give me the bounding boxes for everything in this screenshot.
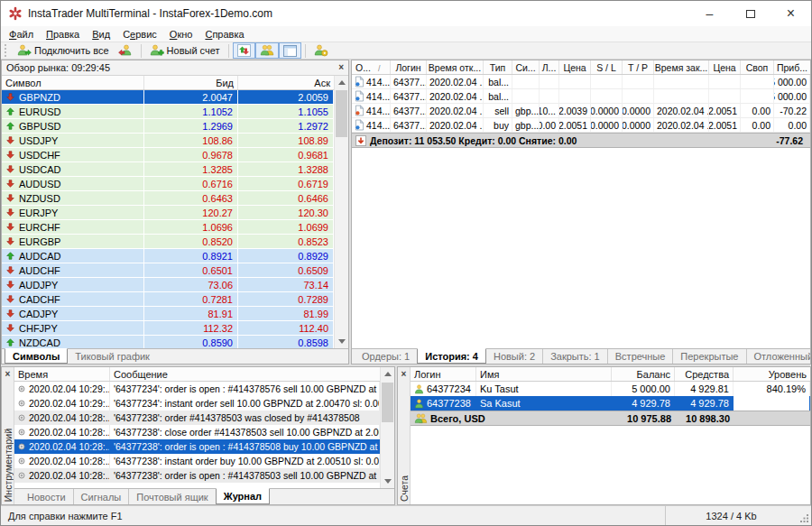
column-profit[interactable]: Приб... [774,60,810,74]
tab[interactable]: Символы [5,348,68,364]
toolbox-vertical-tab[interactable]: Инструментарий [3,429,14,502]
market-row[interactable]: GBPUSD 1.2969 1.2972 [2,119,334,134]
toolbar-grip[interactable] [5,44,9,57]
market-row[interactable]: EURUSD 1.1052 1.1055 [2,105,334,119]
column-close-time[interactable]: Время зак... [654,60,709,74]
connect-all-button[interactable]: Подключить все [13,42,114,59]
column-message[interactable]: Сообщение [110,367,380,381]
column-time[interactable]: Время [14,367,110,381]
column-bid[interactable]: Бид [144,76,238,89]
market-row[interactable]: CADJPY 81.91 81.99 [2,307,334,321]
accounts-vertical-tab[interactable]: Счета [399,475,410,502]
market-row[interactable]: AUDUSD 0.6716 0.6719 [2,177,334,191]
tab[interactable]: История: 4 [417,348,486,364]
journal-row[interactable]: 2020.02.04 10:28:... '64377238': instant… [14,454,380,468]
tab[interactable]: Отложенный: 1 [746,349,812,364]
column-level[interactable]: Уровень [734,367,810,381]
market-row[interactable]: EURCHF 1.0696 1.0699 [2,220,334,235]
column-open-time[interactable]: Время отк... [427,60,484,74]
journal-row[interactable]: 2020.02.04 10:29:... '64377234': instant… [14,396,380,411]
order-row[interactable]: 414... 64377... 2020.02.04 ... buy gbp..… [352,118,810,133]
market-row[interactable]: USDJPY 108.86 108.89 [2,134,334,148]
toggle-market-watch-button[interactable] [233,42,255,59]
column-balance[interactable]: Баланс [612,367,675,381]
market-row[interactable]: AUDCAD 0.8921 0.8929 [2,249,334,263]
menu-item[interactable]: Файл [3,26,40,42]
title-bar[interactable]: InstaTrader MultiTerminal - InstaForex-1… [1,1,811,26]
tab[interactable]: Тиковый график [68,349,157,364]
account-row[interactable]: 64377238 Sa Kasut 4 929.78 4 929.78 [411,396,810,411]
scroll-down-icon[interactable] [381,475,394,488]
column-swap[interactable]: Своп [741,60,774,74]
tab[interactable]: Перекрытые [672,349,745,364]
market-watch-scrollbar[interactable] [334,76,348,348]
column-login[interactable]: Логин [411,367,476,381]
tab[interactable]: Встречные [607,349,673,364]
menu-item[interactable]: Вид [86,26,116,42]
tab[interactable]: Закрыть: 1 [542,349,607,364]
journal-row[interactable]: 2020.02.04 10:28:... '64377238': order i… [14,439,380,454]
column-equity[interactable]: Средства [675,367,734,381]
market-row[interactable]: AUDJPY 73.06 73.14 [2,278,334,292]
order-row[interactable]: 414... 64377... 2020.02.04 ... bal... [352,75,810,89]
scrollbar-thumb[interactable] [336,90,347,137]
menu-item[interactable]: Окно [163,26,199,42]
scrollbar-thumb[interactable] [382,383,393,422]
column-symbol[interactable]: Символ [2,76,144,89]
market-row[interactable]: GBPNZD 2.0047 2.0059 [2,90,334,105]
disconnect-all-button[interactable] [114,42,137,59]
scroll-down-icon[interactable] [335,335,348,348]
menu-item[interactable]: Справка [198,26,250,42]
tab[interactable]: Новости [20,489,73,504]
market-row[interactable]: NZDUSD 0.6463 0.6466 [2,191,334,206]
market-row[interactable]: CHFJPY 112.32 112.40 [2,321,334,336]
menu-item[interactable]: Правка [40,26,86,42]
market-row[interactable]: USDCHF 0.9678 0.9681 [2,148,334,162]
order-row[interactable]: 414... 64377... 2020.02.04 ... bal... [352,89,810,104]
column-close-price[interactable]: Цена [709,60,741,74]
column-tp[interactable]: T / P [623,60,654,74]
scroll-up-icon[interactable] [381,367,394,381]
market-watch-close-icon[interactable] [338,63,344,72]
journal-row[interactable]: 2020.02.04 10:28:... '64377238': close o… [14,425,380,439]
tab[interactable]: Новый: 2 [486,349,542,364]
tab[interactable]: Сигналы [73,489,129,504]
column-name[interactable]: Имя [476,367,612,381]
market-row[interactable]: USDCAD 1.3285 1.3288 [2,162,334,177]
market-row[interactable]: EURJPY 120.27 120.30 [2,206,334,220]
column-order[interactable]: О... [352,60,391,74]
tab[interactable]: Журнал [216,488,270,504]
market-row[interactable]: EURGBP 0.8520 0.8523 [2,235,334,249]
accounts-close-icon[interactable] [401,370,407,379]
market-row[interactable]: AUDCHF 0.6501 0.6509 [2,263,334,278]
settings-button[interactable] [309,42,333,59]
resize-grip-icon[interactable] [797,506,811,525]
toggle-accounts-button[interactable] [255,42,279,59]
journal-row[interactable]: 2020.02.04 10:29:... '64377234': order i… [14,382,380,396]
menu-item[interactable]: Сервис [116,26,163,42]
column-lots[interactable]: Л... [540,60,559,74]
maximize-button[interactable] [730,1,770,26]
account-row[interactable]: 64377234 Ku Tasut 5 000.00 4 929.81 840.… [411,382,810,396]
column-ask[interactable]: Аск [238,76,334,89]
sort-ascending-icon[interactable] [378,62,381,73]
tab[interactable]: Почтовый ящик [128,489,215,504]
column-type[interactable]: Тип [484,60,512,74]
journal-row[interactable]: 2020.02.04 10:28:... '64377238': order i… [14,468,380,483]
tab[interactable]: Ордеры: 1 [355,349,417,364]
toggle-toolbox-button[interactable] [279,42,301,59]
minimize-button[interactable] [689,1,730,26]
close-button[interactable] [770,1,811,26]
toolbox-close-icon[interactable] [5,370,11,379]
column-sl[interactable]: S / L [591,60,623,74]
market-row[interactable]: NZDCAD 0.8590 0.8598 [2,336,334,348]
order-row[interactable]: 414... 64377... 2020.02.04 ... sell gbp.… [352,104,810,118]
column-price[interactable]: Цена [559,60,591,74]
journal-row[interactable]: 2020.02.04 10:28:... '64377238': order #… [14,411,380,425]
market-row[interactable]: CADCHF 0.7281 0.7289 [2,292,334,307]
new-account-button[interactable]: Новый счет [145,42,225,59]
column-login[interactable]: Логин [391,60,427,74]
column-symbol[interactable]: Си... [512,60,540,74]
scroll-up-icon[interactable] [335,76,348,89]
journal-scrollbar[interactable] [380,367,394,488]
